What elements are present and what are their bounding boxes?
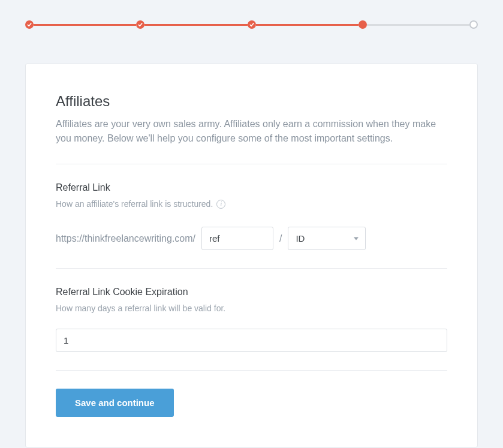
progress-step-2 — [136, 20, 144, 29]
base-url-text: https://thinkfreelancewriting.com/ — [56, 233, 195, 244]
settings-card: Affiliates Affiliates are your very own … — [25, 64, 478, 447]
referral-link-title: Referral Link — [56, 182, 447, 193]
progress-step-5 — [469, 20, 478, 29]
progress-segment — [256, 24, 359, 26]
page-title: Affiliates — [56, 93, 447, 110]
cookie-expiration-section: Referral Link Cookie Expiration How many… — [56, 269, 447, 370]
referral-link-hint-row: How an affiliate's referral link is stru… — [56, 199, 447, 209]
page-description: Affiliates are your very own sales army.… — [56, 117, 447, 146]
cookie-days-input[interactable] — [56, 329, 447, 352]
id-type-select-wrap: ID — [288, 227, 366, 250]
referral-link-builder: https://thinkfreelancewriting.com/ / ID — [56, 227, 447, 250]
progress-segment — [144, 24, 247, 26]
progress-segment — [367, 24, 469, 26]
progress-stepper — [0, 0, 503, 29]
cookie-expiration-hint-row: How many days a referral link will be va… — [56, 303, 447, 313]
progress-segment — [34, 24, 136, 26]
check-icon — [249, 22, 254, 27]
referral-link-hint: How an affiliate's referral link is stru… — [56, 199, 213, 209]
divider — [56, 370, 447, 371]
save-continue-button[interactable]: Save and continue — [56, 389, 174, 417]
progress-step-1 — [25, 20, 34, 29]
cookie-expiration-title: Referral Link Cookie Expiration — [56, 287, 447, 297]
check-icon — [138, 22, 143, 27]
separator-text: / — [279, 233, 282, 244]
progress-step-4-current — [359, 20, 367, 29]
referral-link-section: Referral Link How an affiliate's referra… — [56, 164, 447, 268]
check-icon — [27, 22, 32, 27]
progress-step-3 — [248, 20, 256, 29]
cookie-expiration-hint: How many days a referral link will be va… — [56, 303, 225, 313]
id-type-select[interactable]: ID — [288, 227, 366, 250]
referral-param-input[interactable] — [201, 227, 273, 250]
info-icon[interactable]: i — [216, 200, 225, 209]
